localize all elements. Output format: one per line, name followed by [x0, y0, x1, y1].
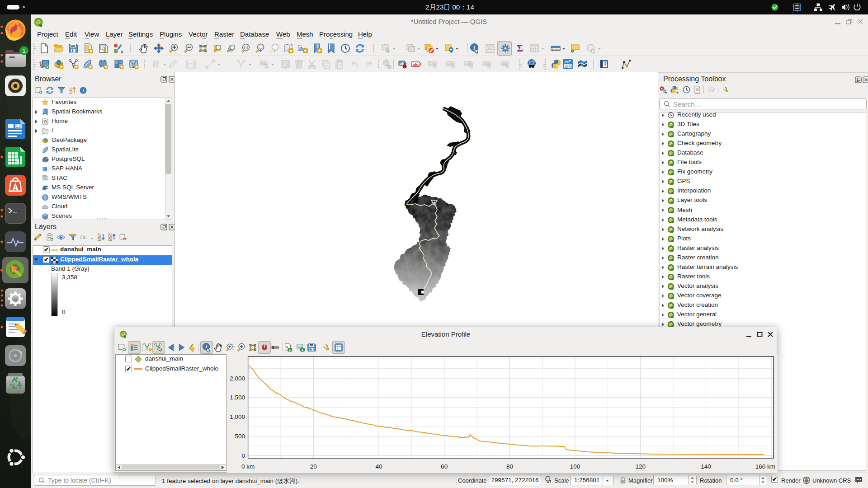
svg-text:0 km: 0 km	[241, 463, 255, 470]
svg-text:2,000: 2,000	[230, 375, 245, 382]
svg-text:160 km: 160 km	[755, 463, 775, 470]
svg-text:1,000: 1,000	[230, 413, 245, 420]
svg-text:80: 80	[506, 463, 513, 470]
svg-text:0: 0	[241, 452, 245, 459]
svg-text:1: 1	[22, 47, 25, 54]
svg-text:1,500: 1,500	[230, 394, 245, 401]
svg-text:120: 120	[635, 463, 646, 470]
svg-text:500: 500	[235, 433, 245, 440]
svg-text:100: 100	[570, 463, 580, 470]
svg-text:140: 140	[701, 463, 711, 470]
svg-text:20: 20	[310, 463, 317, 470]
svg-text:60: 60	[441, 463, 448, 470]
svg-text:40: 40	[375, 463, 382, 470]
